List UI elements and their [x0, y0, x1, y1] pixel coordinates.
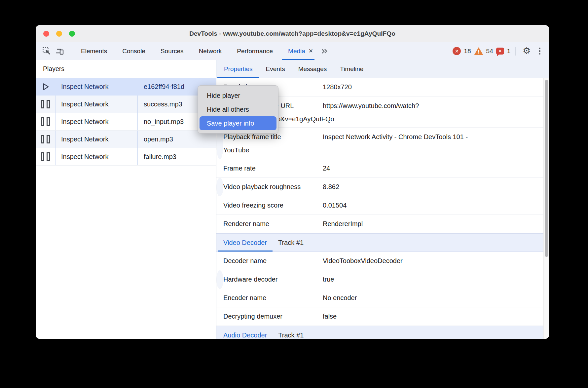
property-row-renderer-name: Renderer name RendererImpl: [216, 215, 543, 233]
player-context-menu: Hide player Hide all others Save player …: [198, 85, 278, 134]
console-errors-count: 18: [464, 48, 471, 55]
property-row-hardware-decoder: Hardware decoder true: [216, 270, 223, 289]
toolbar-spacer: [333, 42, 453, 60]
scrollbar-thumb[interactable]: [545, 80, 548, 257]
property-label: Renderer name: [223, 220, 323, 228]
player-row[interactable]: Inspect Network failure.mp3: [36, 148, 216, 166]
tab-events[interactable]: Events: [259, 60, 292, 78]
play-state-cell: [36, 131, 55, 148]
more-tabs-button[interactable]: [316, 42, 333, 60]
toolbar-divider: [515, 47, 516, 56]
tab-audio-track-1[interactable]: Track #1: [273, 326, 309, 339]
player-name: Inspect Network: [55, 113, 138, 130]
play-state-cell: [36, 148, 55, 165]
tab-elements[interactable]: Elements: [73, 42, 115, 60]
traffic-lights: [43, 25, 75, 42]
property-row-decrypting-demuxer: Decrypting demuxer false: [216, 307, 543, 326]
property-label: Encoder name: [223, 294, 323, 302]
property-value: 0.01504: [323, 202, 347, 209]
window-titlebar: DevTools - www.youtube.com/watch?app=des…: [36, 25, 549, 42]
property-value-line1: https://www.youtube.com/watch?: [323, 102, 419, 109]
property-label: Video freezing score: [223, 202, 323, 209]
tab-video-decoder[interactable]: Video Decoder: [218, 234, 273, 252]
vertical-scrollbar[interactable]: [543, 78, 549, 339]
tab-console[interactable]: Console: [115, 42, 153, 60]
console-warnings-icon[interactable]: !: [474, 47, 483, 55]
console-errors-icon[interactable]: ✕: [453, 47, 461, 55]
property-label: Hardware decoder: [223, 276, 323, 283]
player-source: failure.mp3: [138, 148, 216, 165]
property-value: true: [323, 276, 334, 283]
tab-timeline[interactable]: Timeline: [333, 60, 370, 78]
player-row[interactable]: Inspect Network open.mp3: [36, 131, 216, 148]
property-label: Decrypting demuxer: [223, 313, 323, 320]
property-value: 8.862: [323, 183, 339, 191]
inspect-element-button[interactable]: [40, 42, 53, 60]
properties-tab-strip: Properties Events Messages Timeline: [216, 60, 549, 78]
player-name: Inspect Network: [55, 131, 138, 148]
toolbar-status-cluster: ✕ 18 ! 54 ✕ 1 ⚙: [453, 42, 544, 60]
player-name: Inspect Network: [55, 148, 138, 165]
device-toolbar-icon: [55, 47, 64, 56]
tab-network[interactable]: Network: [191, 42, 230, 60]
issues-icon[interactable]: ✕: [496, 48, 504, 55]
property-row-playback-roughness: Video playback roughness 8.862: [216, 178, 223, 196]
video-decoder-section-header: Video Decoder Track #1: [216, 233, 543, 252]
devtools-toolbar: Elements Console Sources Network Perform…: [36, 42, 549, 60]
menu-item-hide-all-others[interactable]: Hide all others: [198, 102, 278, 116]
device-toolbar-button[interactable]: [53, 42, 66, 60]
property-value-line1: Inspect Network Activity - Chrome DevToo…: [323, 133, 468, 140]
issues-count: 1: [507, 48, 511, 55]
tab-messages[interactable]: Messages: [292, 60, 334, 78]
devtools-window: DevTools - www.youtube.com/watch?app=des…: [36, 25, 549, 339]
property-label: Frame rate: [223, 165, 323, 172]
property-row-decoder-name: Decoder name VideoTooboxVideoDecoder: [216, 252, 543, 270]
property-row-encoder-name: Encoder name No encoder: [216, 289, 543, 307]
player-row[interactable]: Inspect Network no_input.mp3: [36, 113, 216, 131]
close-media-tab-button[interactable]: ✕: [308, 42, 316, 60]
tab-sources[interactable]: Sources: [153, 42, 191, 60]
close-icon: ✕: [309, 48, 313, 55]
devtools-main: Players Inspect Network e162ff94-f81d: [36, 60, 549, 339]
menu-item-hide-player[interactable]: Hide player: [198, 89, 278, 102]
inspect-cursor-icon: [42, 47, 51, 56]
screen-background: DevTools - www.youtube.com/watch?app=des…: [0, 0, 588, 388]
play-state-cell: [36, 113, 55, 130]
property-row-freezing-score: Video freezing score 0.01504: [216, 196, 543, 215]
tab-properties[interactable]: Properties: [217, 60, 259, 78]
play-state-cell: [36, 96, 55, 113]
tab-audio-decoder[interactable]: Audio Decoder: [218, 326, 273, 339]
tab-media-wrap: Media ✕: [280, 42, 316, 60]
customize-devtools-menu-button[interactable]: [536, 48, 544, 55]
tab-performance[interactable]: Performance: [229, 42, 280, 60]
property-value: 1280x720: [323, 83, 352, 91]
pause-icon: [41, 100, 50, 108]
property-value: VideoTooboxVideoDecoder: [323, 257, 403, 265]
console-warnings-count: 54: [486, 48, 493, 55]
minimize-window-button[interactable]: [56, 31, 62, 37]
property-label: Decoder name: [223, 257, 323, 265]
pause-icon: [41, 135, 50, 143]
toolbar-divider: [70, 47, 70, 55]
player-row[interactable]: Inspect Network success.mp3: [36, 96, 216, 113]
play-icon: [41, 82, 50, 91]
player-name: Inspect Network: [55, 96, 138, 113]
tab-media[interactable]: Media: [280, 42, 308, 60]
chevron-double-right-icon: [320, 48, 329, 55]
play-state-cell: [36, 78, 55, 96]
menu-item-save-player-info[interactable]: Save player info: [200, 116, 276, 130]
pause-icon: [41, 152, 50, 161]
player-row-selected[interactable]: Inspect Network e162ff94-f81d: [36, 78, 216, 96]
pause-icon: [41, 117, 50, 126]
players-panel-header: Players: [36, 60, 216, 78]
tab-video-track-1[interactable]: Track #1: [273, 234, 309, 252]
property-value: RendererImpl: [323, 220, 363, 228]
warning-exclamation: !: [477, 49, 480, 55]
zoom-window-button[interactable]: [69, 31, 75, 37]
player-name: Inspect Network: [55, 78, 138, 96]
close-window-button[interactable]: [43, 31, 49, 37]
property-label: Video playback roughness: [223, 183, 323, 191]
property-value: false: [323, 313, 337, 320]
property-value: 24: [323, 165, 330, 172]
settings-gear-button[interactable]: ⚙: [521, 47, 533, 56]
